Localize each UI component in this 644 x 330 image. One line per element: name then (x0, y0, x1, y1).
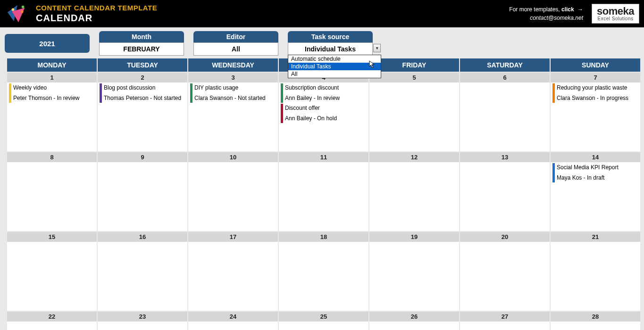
task-source-value[interactable]: Individual Tasks (288, 42, 373, 56)
day-body (460, 162, 550, 231)
calendar-day-cell[interactable]: 9 (97, 152, 188, 231)
dropdown-option[interactable]: All (288, 70, 381, 78)
calendar-week-row: 1Weekly videoPeter Thomson - In review2B… (3, 72, 641, 152)
editor-value[interactable]: All (193, 42, 278, 56)
app-logo-icon (5, 2, 32, 25)
task-title: Weekly video (13, 84, 47, 91)
day-body: Reducing your plastic wasteClara Swanson… (551, 82, 640, 151)
task-assignee-status: Thomas Peterson - Not started (104, 95, 184, 102)
task-assignee-status: Maya Kos - In draft (557, 174, 636, 182)
template-title: CONTENT CALENDAR TEMPLATE (36, 4, 157, 12)
calendar-day-cell[interactable]: 11 (278, 152, 369, 231)
calendar: MONDAY TUESDAY WEDNESDAY THURSDAY FRIDAY… (0, 58, 644, 330)
task-source-filter: Task source Individual Tasks Automatic s… (288, 31, 373, 56)
cursor-icon (369, 60, 376, 69)
task-source-dropdown[interactable]: Automatic schedule Individual Tasks All (288, 55, 381, 78)
calendar-day-cell[interactable]: 17 (188, 231, 278, 311)
calendar-day-cell[interactable]: 24 (188, 311, 278, 330)
day-body (460, 82, 550, 151)
more-templates-link[interactable]: For more templates, click → (509, 6, 583, 13)
month-value[interactable]: FEBRUARY (99, 42, 184, 56)
dropdown-option-selected[interactable]: Individual Tasks (288, 63, 381, 70)
calendar-day-cell[interactable]: 22 (7, 311, 97, 330)
day-body (188, 242, 278, 311)
calendar-day-cell[interactable]: 25 (278, 311, 369, 330)
topbar: CONTENT CALENDAR TEMPLATE CALENDAR For m… (0, 0, 644, 27)
calendar-task[interactable]: Subscription discountAnn Bailey - In rev… (281, 83, 367, 103)
calendar-day-cell[interactable]: 1Weekly videoPeter Thomson - In review (7, 72, 97, 152)
calendar-day-cell[interactable]: 20 (460, 231, 550, 311)
day-body (98, 242, 187, 311)
calendar-week-row: 22232425262728 (3, 311, 641, 330)
day-number: 25 (279, 312, 368, 322)
day-number: 27 (460, 312, 550, 322)
calendar-day-cell[interactable]: 5 (369, 72, 460, 152)
day-body (98, 162, 187, 231)
day-body: Blog post discussionThomas Peterson - No… (98, 82, 187, 151)
day-number: 5 (369, 73, 459, 82)
editor-label: Editor (193, 31, 278, 42)
calendar-day-cell[interactable]: 23 (97, 311, 188, 330)
day-number: 11 (279, 152, 368, 162)
calendar-day-cell[interactable]: 14Social Media KPI ReportMaya Kos - In d… (550, 152, 641, 231)
day-number: 21 (551, 232, 640, 242)
task-title: Social Media KPI Report (557, 164, 619, 171)
calendar-day-cell[interactable]: 2Blog post discussionThomas Peterson - N… (97, 72, 188, 152)
month-filter: Month FEBRUARY (99, 31, 184, 56)
day-number: 15 (7, 232, 97, 242)
day-body (7, 162, 97, 231)
year-selector[interactable]: 2021 (5, 34, 90, 53)
calendar-day-cell[interactable]: 7Reducing your plastic wasteClara Swanso… (550, 72, 641, 152)
calendar-task[interactable]: Social Media KPI ReportMaya Kos - In dra… (552, 163, 638, 182)
task-source-label: Task source (288, 31, 373, 42)
calendar-day-cell[interactable]: 8 (7, 152, 97, 231)
task-title: Reducing your plastic waste (557, 84, 627, 91)
day-number: 17 (188, 232, 278, 242)
calendar-day-cell[interactable]: 18 (278, 231, 369, 311)
calendar-day-cell[interactable]: 4Subscription discountAnn Bailey - In re… (278, 72, 369, 152)
day-body (460, 322, 550, 330)
task-assignee-status: Ann Bailey - In review (285, 95, 365, 102)
day-body: Weekly videoPeter Thomson - In review (7, 82, 97, 151)
calendar-task[interactable]: Weekly videoPeter Thomson - In review (9, 83, 95, 103)
day-number: 9 (98, 152, 187, 162)
day-body (279, 162, 368, 231)
day-number: 12 (369, 152, 459, 162)
calendar-day-cell[interactable]: 28 (550, 311, 641, 330)
calendar-day-cell[interactable]: 12 (369, 152, 460, 231)
day-number: 7 (551, 73, 640, 82)
calendar-task[interactable]: Blog post discussionThomas Peterson - No… (100, 83, 185, 103)
calendar-task[interactable]: DIY plastic usageClara Swanson - Not sta… (190, 83, 276, 103)
calendar-day-cell[interactable]: 16 (97, 231, 188, 311)
day-number: 10 (188, 152, 278, 162)
calendar-day-cell[interactable]: 26 (369, 311, 460, 330)
day-body: Subscription discountAnn Bailey - In rev… (279, 82, 368, 151)
day-body (279, 322, 368, 330)
day-body (369, 82, 459, 151)
day-number: 1 (7, 73, 97, 82)
calendar-day-cell[interactable]: 10 (188, 152, 278, 231)
brand-box[interactable]: someka Excel Solutions (592, 4, 639, 24)
day-body: Social Media KPI ReportMaya Kos - In dra… (551, 162, 640, 231)
day-number: 28 (551, 312, 640, 322)
day-body (551, 322, 640, 330)
day-number: 20 (460, 232, 550, 242)
day-body: DIY plastic usageClara Swanson - Not sta… (188, 82, 278, 151)
dropdown-option[interactable]: Automatic schedule (288, 55, 381, 63)
calendar-task[interactable]: Discount offerAnn Bailey - On hold (281, 104, 367, 123)
day-number: 23 (98, 312, 187, 322)
dropdown-toggle-icon[interactable] (373, 44, 381, 52)
contact-email[interactable]: contact@someka.net (509, 15, 583, 21)
calendar-week-row: 15161718192021 (3, 231, 641, 311)
calendar-day-cell[interactable]: 3DIY plastic usageClara Swanson - Not st… (188, 72, 278, 152)
calendar-day-cell[interactable]: 6 (460, 72, 550, 152)
calendar-day-cell[interactable]: 13 (460, 152, 550, 231)
task-title: Blog post discussion (104, 84, 155, 91)
calendar-day-cell[interactable]: 19 (369, 231, 460, 311)
calendar-day-cell[interactable]: 27 (460, 311, 550, 330)
day-number: 8 (7, 152, 97, 162)
calendar-task[interactable]: Reducing your plastic wasteClara Swanson… (552, 83, 638, 103)
calendar-day-cell[interactable]: 21 (550, 231, 641, 311)
calendar-day-cell[interactable]: 15 (7, 231, 97, 311)
day-body (279, 242, 368, 311)
